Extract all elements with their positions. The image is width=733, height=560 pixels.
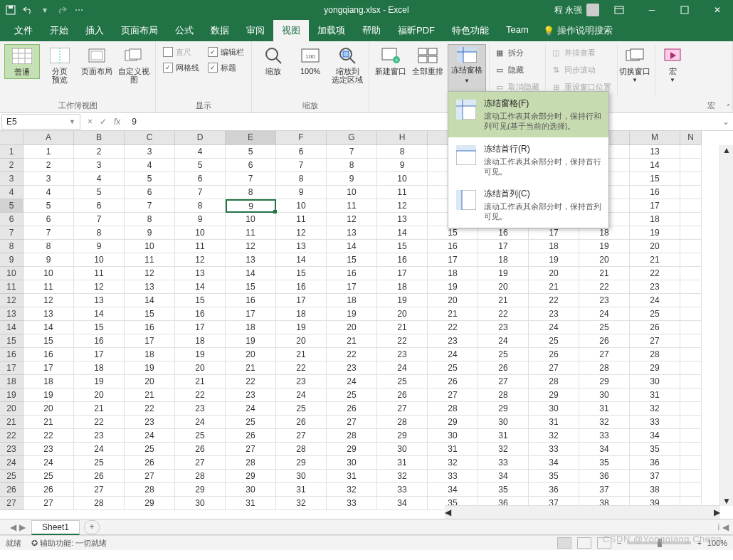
cell[interactable]: 9	[23, 253, 74, 267]
accessibility-status[interactable]: ✪ 辅助功能: 一切就绪	[31, 538, 107, 549]
cell[interactable]: 32	[377, 470, 428, 483]
cell[interactable]: 29	[125, 497, 175, 510]
cell[interactable]: 20	[579, 253, 630, 267]
cell[interactable]: 28	[579, 361, 630, 375]
cell[interactable]: 4	[23, 186, 74, 199]
cell[interactable]: 5	[125, 172, 175, 186]
cell[interactable]: 20	[428, 294, 478, 307]
cell[interactable]: 30	[175, 497, 226, 510]
cell[interactable]: 22	[23, 429, 74, 443]
cell[interactable]: 30	[478, 416, 529, 429]
qat-more-icon[interactable]: ⋯	[73, 4, 85, 16]
cell[interactable]: 23	[125, 416, 175, 429]
cell[interactable]: 35	[579, 456, 630, 470]
tab-scroll-handle[interactable]: ⁞ ◀	[717, 522, 733, 532]
cell[interactable]: 26	[125, 456, 175, 470]
freeze-panes-button[interactable]: 冻结窗格▼	[448, 44, 486, 95]
minimize-icon[interactable]: ─	[639, 0, 665, 20]
cell[interactable]: 24	[579, 307, 630, 321]
cell[interactable]: 12	[23, 294, 74, 307]
select-all-corner[interactable]	[0, 131, 23, 145]
cell[interactable]: 17	[478, 240, 529, 253]
cell[interactable]: 28	[125, 483, 175, 497]
cell[interactable]: 24	[327, 375, 377, 389]
cell[interactable]: 9	[377, 159, 428, 172]
row-header[interactable]: 6	[0, 213, 23, 226]
zoom-out-icon[interactable]: −	[617, 539, 621, 547]
fx-icon[interactable]: fx	[114, 117, 120, 127]
cell[interactable]: 30	[428, 429, 478, 443]
cell[interactable]: 21	[529, 280, 579, 294]
cell[interactable]: 4	[175, 145, 226, 159]
cell[interactable]	[680, 253, 702, 267]
hide-button[interactable]: ▭隐藏	[494, 63, 539, 77]
cell[interactable]: 10	[276, 199, 327, 213]
cell[interactable]: 26	[579, 334, 630, 348]
cell[interactable]: 22	[428, 321, 478, 334]
cancel-formula-icon[interactable]: ×	[88, 117, 93, 127]
zoom-selection-button[interactable]: 缩放到 选定区域	[330, 44, 364, 86]
freeze-panes-item[interactable]: 冻结窗格(F)滚动工作表其余部分时，保持行和列可见(基于当前的选择)。	[448, 92, 608, 137]
horizontal-scrollbar[interactable]: ◀▶	[445, 505, 720, 519]
cell[interactable]: 25	[630, 307, 680, 321]
cell[interactable]: 6	[276, 145, 327, 159]
cell[interactable]: 18	[377, 280, 428, 294]
cell[interactable]: 28	[377, 416, 428, 429]
cell[interactable]: 16	[327, 267, 377, 280]
row-header[interactable]: 11	[0, 280, 23, 294]
cell[interactable]: 11	[276, 213, 327, 226]
row-header[interactable]: 20	[0, 402, 23, 416]
cell[interactable]: 36	[529, 483, 579, 497]
cell[interactable]: 32	[529, 429, 579, 443]
cell[interactable]: 26	[226, 429, 276, 443]
row-header[interactable]: 3	[0, 172, 23, 186]
cell[interactable]: 14	[226, 267, 276, 280]
cell[interactable]: 13	[125, 280, 175, 294]
cell[interactable]: 11	[175, 240, 226, 253]
tab-插入[interactable]: 插入	[77, 20, 112, 41]
cell[interactable]: 31	[630, 389, 680, 402]
expand-formula-bar-icon[interactable]: ⌄	[719, 117, 733, 127]
cell[interactable]: 28	[175, 470, 226, 483]
cell[interactable]: 31	[377, 456, 428, 470]
cell[interactable]: 20	[630, 240, 680, 253]
zoom-in-icon[interactable]: +	[697, 539, 701, 547]
zoom-100-button[interactable]: 100100%	[293, 44, 327, 78]
cell[interactable]: 15	[226, 280, 276, 294]
cell[interactable]: 23	[276, 375, 327, 389]
cell[interactable]: 7	[276, 159, 327, 172]
cell[interactable]: 15	[175, 294, 226, 307]
cell[interactable]: 22	[276, 361, 327, 375]
cell[interactable]: 23	[74, 429, 125, 443]
cell[interactable]: 6	[175, 172, 226, 186]
row-header[interactable]: 27	[0, 497, 23, 510]
cell[interactable]: 17	[428, 253, 478, 267]
cells[interactable]: 1234567891011121323456789101112131434567…	[23, 145, 720, 506]
row-header[interactable]: 4	[0, 186, 23, 199]
column-header[interactable]: B	[74, 131, 125, 145]
cell[interactable]: 23	[23, 443, 74, 456]
cell[interactable]: 18	[478, 253, 529, 267]
cell[interactable]: 17	[630, 199, 680, 213]
tell-me[interactable]: 💡 操作说明搜索	[543, 24, 613, 37]
sheet-nav-next-icon[interactable]: ▶	[19, 522, 26, 532]
row-header[interactable]: 26	[0, 483, 23, 497]
cell[interactable]: 33	[377, 483, 428, 497]
scroll-up-icon[interactable]: ▲	[722, 145, 731, 155]
row-header[interactable]: 19	[0, 389, 23, 402]
cell[interactable]: 11	[226, 226, 276, 240]
switch-window-button[interactable]: 切换窗口▼	[617, 44, 652, 95]
cell[interactable]: 17	[74, 348, 125, 361]
cell[interactable]: 33	[529, 443, 579, 456]
cell[interactable]: 23	[579, 294, 630, 307]
cell[interactable]: 19	[327, 307, 377, 321]
column-header[interactable]: C	[125, 131, 175, 145]
cell[interactable]: 22	[529, 294, 579, 307]
cell[interactable]: 18	[630, 213, 680, 226]
cell[interactable]: 25	[478, 348, 529, 361]
undo-icon[interactable]	[21, 4, 34, 16]
row-header[interactable]: 7	[0, 226, 23, 240]
cell[interactable]: 23	[226, 389, 276, 402]
cell[interactable]: 1	[23, 145, 74, 159]
cell[interactable]: 29	[377, 429, 428, 443]
